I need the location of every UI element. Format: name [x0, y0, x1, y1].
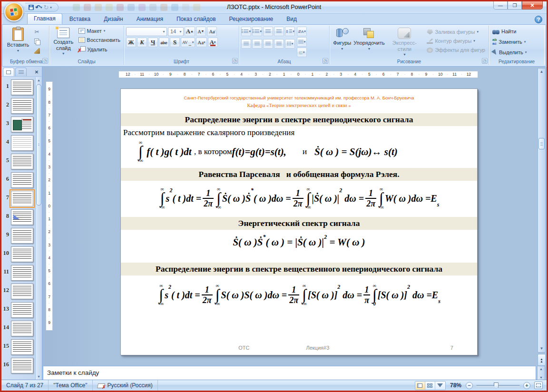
tab-Показ слайдов[interactable]: Показ слайдов: [170, 14, 222, 24]
close-button[interactable]: ✕: [522, 1, 543, 10]
tab-outline[interactable]: [15, 68, 27, 76]
zoom-slider-thumb[interactable]: [494, 382, 499, 389]
convert-smartart-button[interactable]: ◱▾: [297, 48, 307, 57]
increase-indent-button[interactable]: [274, 27, 284, 36]
status-language[interactable]: Русский (Россия): [108, 382, 153, 389]
font-name-combobox[interactable]: ▼: [126, 27, 167, 36]
font-color-button[interactable]: А▾: [208, 38, 218, 47]
slide-thumbnail-16[interactable]: 16: [2, 358, 35, 373]
align-right-button[interactable]: [263, 39, 273, 49]
italic-button[interactable]: К: [137, 38, 147, 47]
office-button[interactable]: [4, 2, 23, 21]
replace-button[interactable]: abacЗаменить▾: [491, 37, 528, 47]
scroll-down-icon[interactable]: ▼: [539, 376, 543, 379]
bold-button[interactable]: Ж: [126, 38, 136, 47]
tab-Вставка[interactable]: Вставка: [63, 14, 97, 24]
qat-customize-icon[interactable]: ▾: [50, 6, 52, 10]
layout-button[interactable]: Макет▾: [77, 27, 122, 35]
slide-thumbnail-4[interactable]: 4: [2, 135, 35, 151]
slide-thumb-image[interactable]: [11, 172, 33, 188]
undo-button[interactable]: ↶▾: [35, 4, 42, 11]
slide-thumbnail-10[interactable]: 10: [2, 246, 35, 262]
clear-formatting-button[interactable]: Аа̸: [207, 27, 217, 36]
scroll-up-icon[interactable]: ▲: [538, 69, 545, 75]
slide-thumb-image[interactable]: [11, 284, 33, 299]
text-shadow-button[interactable]: S: [170, 38, 180, 47]
character-spacing-button[interactable]: AV↔▾: [181, 38, 195, 47]
font-name-dropdown-icon[interactable]: ▼: [162, 30, 166, 33]
font-size-dropdown-icon[interactable]: ▼: [179, 30, 182, 33]
slide-thumb-image[interactable]: [11, 246, 33, 262]
slide-thumb-image[interactable]: [11, 228, 33, 244]
slide-thumbnail-9[interactable]: 9: [2, 228, 35, 244]
quick-styles-button[interactable]: Экспресс-стили▼: [385, 27, 423, 57]
paste-button[interactable]: Вставить ▼: [5, 27, 31, 53]
line-spacing-button[interactable]: ⇕▾: [285, 27, 295, 36]
slide-thumbnail-5[interactable]: 5: [2, 154, 35, 169]
tab-Дизайн[interactable]: Дизайн: [98, 14, 129, 24]
status-spellcheck[interactable]: Русский (Россия): [93, 380, 158, 391]
slide-thumbnail-12[interactable]: 12: [2, 284, 35, 299]
strikethrough-button[interactable]: abe: [159, 38, 169, 47]
status-theme[interactable]: "Тема Office": [49, 380, 92, 391]
slide-thumbnail-14[interactable]: 14: [2, 321, 35, 336]
slide-thumbnail-8[interactable]: 8: [2, 209, 35, 225]
slide-thumbnail-13[interactable]: 13: [2, 302, 35, 318]
status-slide-info[interactable]: Слайд 7 из 27: [1, 380, 49, 391]
slideshow-button[interactable]: [435, 382, 445, 390]
align-left-button[interactable]: [241, 39, 251, 49]
new-slide-button[interactable]: Создать слайд ▼: [51, 27, 76, 56]
justify-button[interactable]: [274, 39, 284, 49]
format-painter-button[interactable]: [32, 47, 41, 55]
clipboard-dialog-launcher-icon[interactable]: ◳: [42, 58, 48, 64]
shape-fill-button[interactable]: Заливка фигуры▾: [425, 28, 487, 36]
underline-button[interactable]: Ч: [148, 38, 158, 47]
slide-thumbnail-2[interactable]: 2: [2, 98, 35, 114]
slide-thumb-image[interactable]: [11, 321, 33, 336]
delete-slide-button[interactable]: ✗Удалить: [77, 45, 122, 53]
tab-Рецензирование[interactable]: Рецензирование: [223, 14, 280, 24]
paragraph-dialog-launcher-icon[interactable]: ◳: [323, 58, 328, 64]
select-button[interactable]: Выделить▾: [491, 49, 528, 56]
slide-canvas[interactable]: Санкт-Петербургский государственный унив…: [120, 88, 478, 355]
columns-button[interactable]: ▾: [285, 39, 295, 49]
slide-thumbnail-1[interactable]: 1: [2, 79, 35, 95]
tab-slides-thumbnails[interactable]: [3, 68, 14, 76]
change-case-button[interactable]: Аа▾: [196, 38, 206, 47]
slide-thumb-image[interactable]: [11, 154, 33, 169]
restore-button[interactable]: ❐: [508, 1, 522, 10]
tab-Главная[interactable]: Главная: [27, 13, 62, 24]
cut-button[interactable]: ✂: [32, 28, 41, 36]
tab-Анимация[interactable]: Анимация: [130, 14, 169, 24]
tab-Вид[interactable]: Вид: [280, 14, 303, 24]
copy-button[interactable]: [32, 38, 41, 45]
scrollbar-thumb[interactable]: [36, 84, 41, 206]
scroll-up-icon[interactable]: ▲: [36, 77, 42, 83]
slide-thumb-image[interactable]: [11, 135, 33, 151]
slide-thumbnail-3[interactable]: 3: [2, 117, 35, 132]
find-button[interactable]: Найти: [491, 28, 528, 35]
shrink-font-button[interactable]: А▼: [196, 27, 206, 36]
slide-thumb-image[interactable]: [11, 191, 33, 206]
align-text-button[interactable]: ▾: [297, 37, 307, 47]
text-direction-button[interactable]: ⇵A▾: [297, 27, 307, 36]
slide-thumb-image[interactable]: [11, 339, 33, 355]
scroll-down-icon[interactable]: ▼: [538, 345, 545, 352]
slide-sorter-button[interactable]: [425, 382, 435, 390]
vertical-scrollbar[interactable]: ▲ ▼: [538, 68, 546, 353]
notes-pane[interactable]: Заметки к слайду: [43, 366, 536, 381]
shape-effects-button[interactable]: Эффекты для фигур: [425, 46, 487, 54]
slide-thumb-image[interactable]: [11, 209, 33, 225]
zoom-in-button[interactable]: +: [523, 382, 530, 389]
slide-thumb-image[interactable]: [11, 265, 33, 281]
slide-thumbnail-15[interactable]: 15: [2, 339, 35, 355]
font-size-combobox[interactable]: 14▼: [168, 27, 184, 36]
notes-scrollbar[interactable]: ▲▼: [537, 366, 545, 381]
save-button[interactable]: [29, 4, 34, 11]
drawing-dialog-launcher-icon[interactable]: ◳: [482, 58, 488, 64]
scroll-up-icon[interactable]: ▲: [539, 367, 543, 371]
help-button[interactable]: ?: [535, 16, 542, 23]
slides-panel-scrollbar[interactable]: ▲ ▼: [35, 77, 42, 380]
slide-thumb-image[interactable]: [11, 79, 33, 95]
decrease-indent-button[interactable]: [263, 27, 273, 36]
